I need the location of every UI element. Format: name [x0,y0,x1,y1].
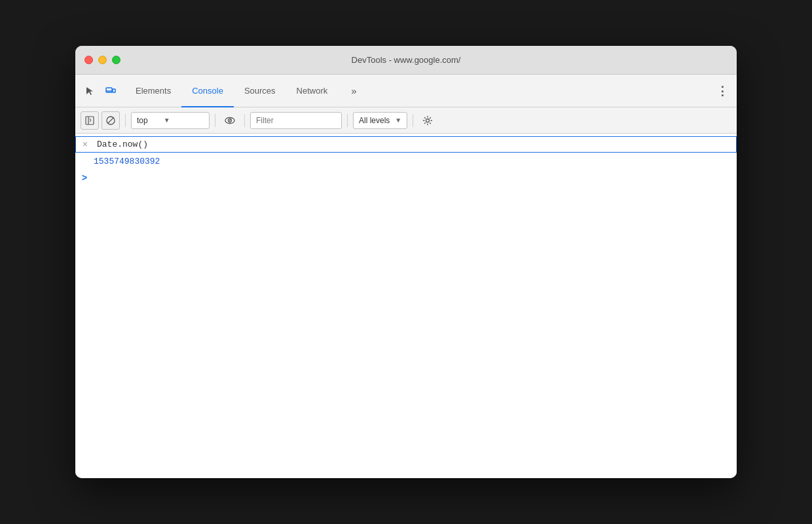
clear-console-button[interactable] [101,111,120,130]
devtools-window: DevTools - www.google.com/ Elements [75,46,737,478]
svg-point-12 [426,119,430,122]
filter-input[interactable] [250,112,342,129]
svg-rect-0 [106,88,112,92]
toolbar-divider-4 [347,114,348,127]
toolbar-divider-3 [244,114,245,127]
svg-rect-3 [86,117,94,124]
console-prompt-input[interactable] [94,174,737,183]
title-bar: DevTools - www.google.com/ [75,46,737,75]
svg-rect-2 [113,89,115,92]
log-levels-selector[interactable]: All levels ▼ [353,112,407,129]
minimize-button[interactable] [98,56,107,64]
settings-button[interactable] [418,111,437,130]
tab-console[interactable]: Console [181,75,234,107]
toolbar-divider-1 [125,114,126,127]
traffic-lights [84,56,120,64]
maximize-button[interactable] [112,56,120,64]
tab-icon-group [81,82,120,100]
tab-more-button[interactable]: » [341,75,367,107]
inspect-element-button[interactable] [81,82,99,100]
tab-sources[interactable]: Sources [234,75,286,107]
svg-line-6 [90,120,91,122]
prompt-chevron-icon: > [75,173,94,183]
console-prompt-row: > [75,169,737,187]
entry-close-btn[interactable]: × [76,137,94,150]
console-toolbar: top ▼ All levels ▼ [75,107,737,134]
console-input-field[interactable] [94,137,736,152]
console-entry-input: × [75,136,737,153]
toolbar-divider-2 [215,114,215,127]
sidebar-toggle-button[interactable] [81,111,99,130]
console-result-value: 1535749830392 [75,155,737,169]
window-title: DevTools - www.google.com/ [352,55,461,65]
devtools-menu-button[interactable]: ⋮ [713,82,731,100]
watch-expressions-button[interactable] [221,111,239,130]
context-selector[interactable]: top ▼ [131,112,210,129]
tabs-bar: Elements Console Sources Network » ⋮ [75,75,737,107]
svg-line-8 [108,117,114,123]
console-output[interactable]: × 1535749830392 > [75,134,737,478]
tab-network[interactable]: Network [286,75,339,107]
close-button[interactable] [84,56,93,64]
svg-line-5 [90,119,91,121]
toolbar-divider-5 [413,114,413,127]
tab-elements[interactable]: Elements [125,75,181,107]
device-toggle-button[interactable] [101,82,120,100]
svg-point-11 [229,120,231,121]
